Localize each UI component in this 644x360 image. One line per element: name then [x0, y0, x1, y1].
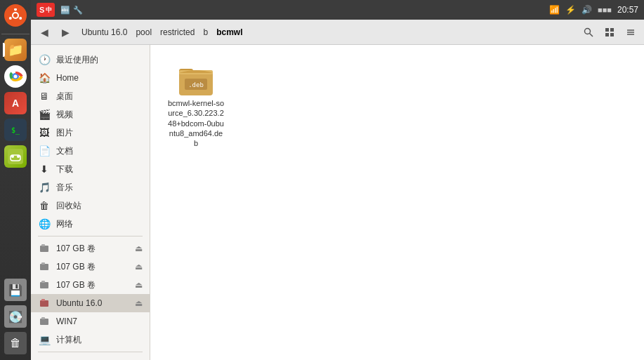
content-area: 🕐 最近使用的 🏠 Home 🖥 桌面 🎬 视频 🖼 图片	[31, 45, 644, 360]
home-icon: 🏠	[38, 72, 51, 84]
back-button[interactable]: ◀	[35, 23, 53, 41]
dock-item-disk1[interactable]: 💾	[3, 277, 28, 302]
sidebar-label-recent: 最近使用的	[56, 54, 98, 66]
breadcrumb-b[interactable]: b	[199, 26, 212, 39]
win7-icon	[38, 315, 51, 328]
recent-icon: 🕐	[38, 53, 51, 66]
sidebar-label-desktop: 桌面	[56, 91, 73, 102]
sidebar-item-desktop[interactable]: 🖥 桌面	[31, 87, 150, 105]
sidebar-label-network: 网络	[56, 218, 73, 230]
vol1-eject-button[interactable]: ⏏	[135, 244, 143, 253]
music-icon: 🎵	[38, 181, 51, 194]
sidebar-label-vol3: 107 GB 卷	[56, 279, 96, 291]
ime-icons: 🔤🔧	[60, 6, 83, 15]
sidebar-label-trash: 回收站	[56, 200, 81, 212]
sidebar-item-documents[interactable]: 📄 文档	[31, 142, 150, 160]
sidebar-item-vol2[interactable]: 107 GB 卷 ⏏	[31, 258, 150, 276]
svg-point-3	[19, 17, 22, 20]
svg-rect-15	[605, 28, 609, 32]
application-dock: 📁 A $_	[0, 0, 31, 360]
clock: 20:57	[617, 5, 638, 15]
sidebar-item-trash[interactable]: 🗑 回收站	[31, 196, 150, 215]
dock-item-font[interactable]: A	[3, 91, 28, 116]
dock-item-files[interactable]: 📁	[3, 37, 28, 62]
view-grid-button[interactable]	[600, 23, 619, 41]
svg-rect-23	[41, 244, 45, 246]
sidebar-label-vol2: 107 GB 卷	[56, 261, 96, 273]
forward-button[interactable]: ▶	[56, 23, 74, 41]
svg-point-0	[9, 9, 22, 22]
svg-point-13	[585, 28, 591, 34]
sidebar-label-music: 音乐	[56, 182, 73, 194]
sidebar-item-vol3[interactable]: 107 GB 卷 ⏏	[31, 276, 150, 294]
sidebar-item-music[interactable]: 🎵 音乐	[31, 178, 150, 196]
sidebar-item-network[interactable]: 🌐 网络	[31, 215, 150, 233]
svg-rect-30	[40, 319, 48, 325]
breadcrumb-pool[interactable]: pool	[131, 26, 156, 39]
breadcrumb-bcmwl[interactable]: bcmwl	[212, 26, 247, 39]
sidebar-item-recent[interactable]: 🕐 最近使用的	[31, 51, 150, 69]
sidebar-item-videos[interactable]: 🎬 视频	[31, 105, 150, 124]
sidebar-label-win7: WIN7	[56, 316, 77, 326]
ubuntu160-eject-button[interactable]: ⏏	[135, 298, 143, 308]
breadcrumb: Ubuntu 16.0 pool restricted b bcmwl	[77, 26, 577, 39]
sidebar-item-ubuntu160b[interactable]: 📁 Ubuntu 16.0	[31, 355, 150, 360]
desktop-icon: 🖥	[38, 90, 51, 102]
menu-button[interactable]	[622, 23, 640, 41]
sidebar-item-pictures[interactable]: 🖼 图片	[31, 124, 150, 142]
svg-rect-29	[41, 299, 45, 301]
navigation-toolbar: ◀ ▶ Ubuntu 16.0 pool restricted b bcmwl	[31, 20, 644, 45]
videos-icon: 🎬	[38, 108, 51, 121]
file-icon: .deb	[179, 62, 213, 95]
watermark: http://blog.csdn.net/ITmvc	[550, 346, 638, 354]
svg-point-4	[9, 17, 12, 20]
svg-rect-31	[41, 317, 45, 319]
svg-rect-17	[605, 33, 609, 36]
svg-rect-25	[41, 262, 45, 265]
volume-icon[interactable]: 🔊	[581, 5, 592, 15]
dock-item-chrome[interactable]	[3, 64, 28, 89]
sidebar-label-videos: 视频	[56, 109, 73, 121]
vol1-icon	[38, 242, 51, 255]
sidebar-item-downloads[interactable]: ⬇ 下载	[31, 160, 150, 178]
dock-item-terminal[interactable]: $_	[3, 117, 28, 142]
dock-item-trash[interactable]: 🗑	[3, 331, 28, 356]
vol3-icon	[38, 279, 51, 291]
svg-rect-9	[8, 149, 23, 164]
sidebar-divider-2	[38, 352, 143, 352]
sidebar-label-vol1: 107 GB 卷	[56, 243, 96, 255]
sidebar-label-pictures: 图片	[56, 127, 73, 139]
sidebar-item-vol1[interactable]: 107 GB 卷 ⏏	[31, 239, 150, 258]
breadcrumb-ubuntu160[interactable]: Ubuntu 16.0	[77, 26, 131, 39]
sidebar-item-home[interactable]: 🏠 Home	[31, 69, 150, 87]
sidebar-divider-1	[38, 236, 143, 236]
vol2-eject-button[interactable]: ⏏	[135, 262, 143, 272]
svg-text:.deb: .deb	[188, 81, 204, 88]
ubuntu160-icon	[38, 297, 51, 309]
svg-rect-18	[610, 33, 614, 36]
vol2-icon	[38, 260, 51, 273]
svg-line-14	[590, 33, 593, 36]
vol3-eject-button[interactable]: ⏏	[135, 280, 143, 290]
dock-item-android[interactable]	[3, 144, 28, 169]
sidebar-item-computer[interactable]: 💻 计算机	[31, 331, 150, 349]
sidebar-item-ubuntu160[interactable]: Ubuntu 16.0 ⏏	[31, 294, 150, 312]
svg-rect-22	[40, 246, 48, 252]
svg-rect-24	[40, 264, 48, 270]
computer-icon: 💻	[38, 333, 51, 346]
dock-ubuntu-button[interactable]	[3, 3, 28, 28]
search-button[interactable]	[579, 23, 598, 41]
svg-rect-27	[41, 281, 45, 283]
bluetooth-icon[interactable]: ⚡	[565, 5, 576, 15]
pictures-icon: 🖼	[38, 126, 51, 139]
file-area[interactable]: .deb bcmwl-kernel-source_6.30.223.248+bd…	[150, 45, 644, 360]
downloads-icon: ⬇	[38, 163, 51, 175]
sidebar-item-win7[interactable]: WIN7	[31, 312, 150, 331]
input-method-indicator[interactable]: S中	[37, 3, 55, 17]
network-icon[interactable]: 📶	[549, 5, 560, 15]
trash-icon: 🗑	[38, 199, 51, 212]
file-item-bcmwl-deb[interactable]: .deb bcmwl-kernel-source_6.30.223.248+bd…	[164, 59, 228, 151]
network-sidebar-icon: 🌐	[38, 218, 51, 230]
dock-item-disk2[interactable]: 💽	[3, 304, 28, 329]
breadcrumb-restricted[interactable]: restricted	[156, 26, 199, 39]
